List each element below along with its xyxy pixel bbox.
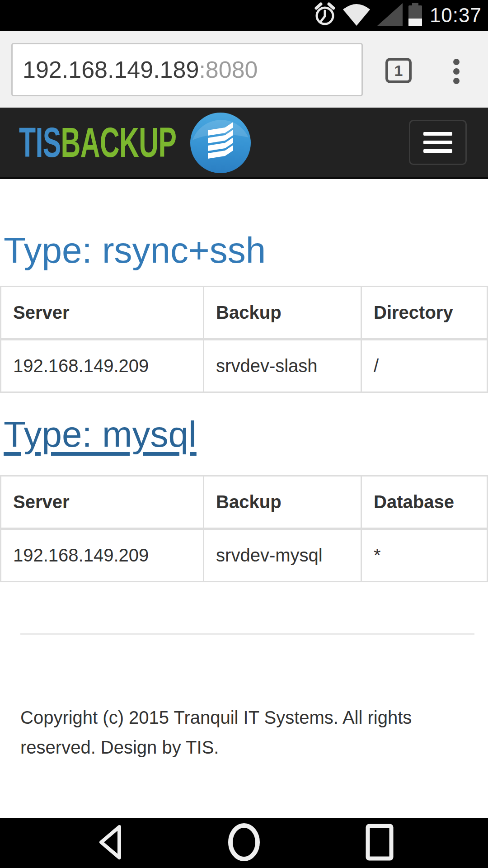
alarm-icon — [313, 2, 337, 28]
rsync-backups-table: Server Backup Directory 192.168.149.209s… — [0, 286, 488, 393]
page-content: Type: rsync+ssh Server Backup Directory … — [0, 230, 488, 762]
column-header-backup: Backup — [204, 287, 361, 340]
tab-count: 1 — [394, 62, 403, 80]
brand-tis: TIS — [19, 119, 61, 166]
table-row: 192.168.149.209srvdev-mysql* — [1, 529, 488, 582]
status-bar: 10:37 — [0, 0, 488, 31]
hamburger-bar — [423, 149, 452, 153]
cell-signal-icon — [376, 2, 404, 28]
table-header-row: Server Backup Database — [1, 476, 488, 529]
menu-dot — [453, 59, 460, 65]
table-cell: / — [361, 340, 488, 392]
column-header-database: Database — [361, 476, 488, 529]
browser-toolbar: 192.168.149.189:8080 1 — [0, 31, 488, 108]
column-header-directory: Directory — [361, 287, 488, 340]
table-cell: 192.168.149.209 — [1, 529, 204, 582]
hamburger-bar — [423, 141, 452, 144]
column-header-backup: Backup — [204, 476, 361, 529]
hamburger-bar — [423, 132, 452, 136]
column-header-server: Server — [1, 287, 204, 340]
android-navigation-bar — [0, 818, 488, 868]
site-navbar: TISBACKUP — [0, 108, 488, 179]
table-cell: srvdev-slash — [204, 340, 361, 392]
back-icon[interactable] — [96, 823, 126, 863]
menu-dot — [453, 78, 460, 84]
status-clock: 10:37 — [430, 4, 482, 27]
wifi-icon — [341, 2, 372, 28]
table-cell: * — [361, 529, 488, 582]
brand-logo[interactable]: TISBACKUP — [19, 108, 176, 177]
mysql-link[interactable]: Type: mysql — [4, 414, 197, 454]
table-row: 192.168.149.209srvdev-slash/ — [1, 340, 488, 392]
url-text: 192.168.149.189:8080 — [23, 56, 258, 83]
table-header-row: Server Backup Directory — [1, 287, 488, 340]
menu-dot — [453, 68, 460, 75]
table-cell: 192.168.149.209 — [1, 340, 204, 392]
url-bar[interactable]: 192.168.149.189:8080 — [11, 43, 363, 96]
battery-icon — [408, 2, 422, 29]
section-title-mysql: Type: mysql — [0, 414, 488, 455]
tisbackup-logo-icon — [190, 112, 251, 174]
recent-apps-icon[interactable] — [365, 823, 394, 863]
home-icon[interactable] — [227, 822, 261, 864]
footer-divider — [20, 633, 474, 635]
copyright-text: Copyright (c) 2015 Tranquil IT Systems. … — [20, 703, 441, 762]
mysql-backups-table: Server Backup Database 192.168.149.209sr… — [0, 475, 488, 582]
rsync-ssh-link[interactable]: Type: rsync+ssh — [4, 230, 266, 270]
table-cell: srvdev-mysql — [204, 529, 361, 582]
column-header-server: Server — [1, 476, 204, 529]
browser-menu-button[interactable] — [452, 59, 461, 84]
url-port-text: :8080 — [199, 57, 258, 83]
brand-backup: BACKUP — [61, 119, 176, 166]
section-title-rsync-ssh: Type: rsync+ssh — [0, 230, 488, 271]
navbar-toggle-button[interactable] — [409, 120, 467, 165]
tab-switcher-button[interactable]: 1 — [385, 58, 412, 83]
